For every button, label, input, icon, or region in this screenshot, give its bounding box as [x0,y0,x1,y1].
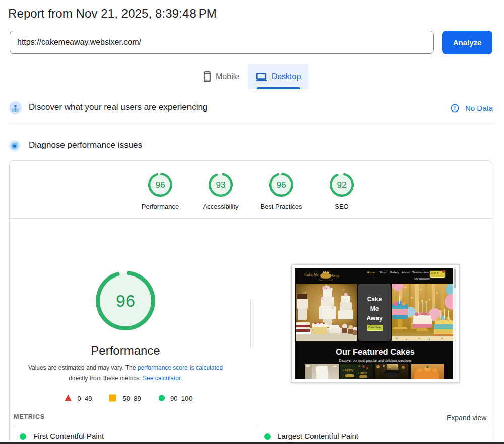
svg-text:96: 96 [116,291,135,310]
svg-text:90–100: 90–100 [170,395,192,402]
svg-text:Cake Me: Cake Me [304,272,319,277]
svg-text:50–89: 50–89 [123,395,141,402]
svg-text:0–49: 0–49 [78,395,92,402]
svg-text:96: 96 [277,180,286,190]
svg-text:Away: Away [330,273,340,278]
svg-text:93: 93 [216,180,226,190]
svg-text:96: 96 [156,180,165,190]
svg-text:92: 92 [337,180,347,190]
